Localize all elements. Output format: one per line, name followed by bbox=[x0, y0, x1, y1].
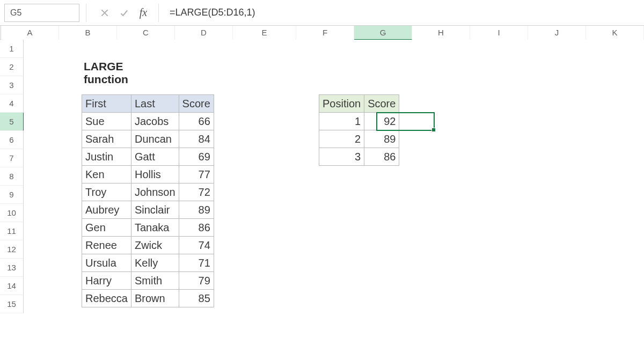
column-header-G[interactable]: G bbox=[354, 26, 412, 40]
table-row: 386 bbox=[319, 148, 399, 166]
cell-score[interactable]: 66 bbox=[179, 113, 214, 130]
formula-bar: G5 fx =LARGE(D5:D16,1) bbox=[0, 0, 644, 26]
cell-score[interactable]: 71 bbox=[179, 254, 214, 272]
row-header-4[interactable]: 4 bbox=[0, 94, 24, 113]
cell-score[interactable]: 86 bbox=[179, 219, 214, 237]
col-score[interactable]: Score bbox=[364, 95, 399, 113]
cell-first[interactable]: Rebecca bbox=[82, 290, 131, 307]
column-header-E[interactable]: E bbox=[233, 26, 296, 40]
cell-last[interactable]: Johnson bbox=[131, 183, 179, 201]
cell-score[interactable]: 72 bbox=[179, 183, 214, 201]
cell-first[interactable]: Ursula bbox=[82, 254, 131, 272]
cell-first[interactable]: Ken bbox=[82, 166, 131, 183]
table-row: HarrySmith79 bbox=[82, 272, 214, 290]
table-row: KenHollis77 bbox=[82, 166, 214, 183]
sheet-area: ABCDEFGHIJK 123456789101112131415 LARGE … bbox=[0, 26, 644, 338]
cell-first[interactable]: Sue bbox=[82, 113, 131, 130]
row-header-1[interactable]: 1 bbox=[0, 40, 24, 58]
column-header-K[interactable]: K bbox=[586, 26, 644, 40]
column-header-I[interactable]: I bbox=[470, 26, 528, 40]
cell-last[interactable]: Hollis bbox=[131, 166, 179, 183]
cell-last[interactable]: Duncan bbox=[131, 130, 179, 148]
table-row: RebeccaBrown85 bbox=[82, 290, 214, 307]
table-row: SarahDuncan84 bbox=[82, 130, 214, 148]
cell-last[interactable]: Tanaka bbox=[131, 219, 179, 237]
cell-first[interactable]: Renee bbox=[82, 237, 131, 254]
column-header-C[interactable]: C bbox=[117, 26, 175, 40]
table-header-row: Position Score bbox=[319, 95, 399, 113]
table-row: GenTanaka86 bbox=[82, 219, 214, 237]
cell-last[interactable]: Jacobs bbox=[131, 113, 179, 130]
cell-first[interactable]: Sarah bbox=[82, 130, 131, 148]
cell-score[interactable]: 89 bbox=[179, 201, 214, 219]
cell-score[interactable]: 69 bbox=[179, 148, 214, 166]
cell-first[interactable]: Justin bbox=[82, 148, 131, 166]
people-table: First Last Score SueJacobs66SarahDuncan8… bbox=[82, 94, 214, 307]
fill-handle[interactable] bbox=[431, 128, 436, 132]
col-position[interactable]: Position bbox=[319, 95, 364, 113]
cell-score[interactable]: 92 bbox=[364, 113, 399, 130]
column-header-H[interactable]: H bbox=[412, 26, 470, 40]
cell-first[interactable]: Harry bbox=[82, 272, 131, 290]
row-header-13[interactable]: 13 bbox=[0, 259, 24, 277]
table-header-row: First Last Score bbox=[82, 95, 214, 113]
table-row: SueJacobs66 bbox=[82, 113, 214, 130]
separator bbox=[86, 4, 86, 22]
cell-position[interactable]: 1 bbox=[319, 113, 364, 130]
row-header-14[interactable]: 14 bbox=[0, 277, 24, 295]
column-headers: ABCDEFGHIJK bbox=[0, 26, 644, 40]
table-row: 192 bbox=[319, 113, 399, 130]
row-header-9[interactable]: 9 bbox=[0, 186, 24, 204]
row-header-10[interactable]: 10 bbox=[0, 204, 24, 222]
name-box[interactable]: G5 bbox=[4, 4, 79, 22]
row-header-3[interactable]: 3 bbox=[0, 76, 24, 94]
cell-position[interactable]: 2 bbox=[319, 130, 364, 148]
row-header-12[interactable]: 12 bbox=[0, 240, 24, 259]
cell-score[interactable]: 85 bbox=[179, 290, 214, 307]
table-row: UrsulaKelly71 bbox=[82, 254, 214, 272]
cell-score[interactable]: 89 bbox=[364, 130, 399, 148]
cell-position[interactable]: 3 bbox=[319, 148, 364, 166]
row-header-5[interactable]: 5 bbox=[0, 113, 24, 131]
row-header-11[interactable]: 11 bbox=[0, 222, 24, 240]
column-header-A[interactable]: A bbox=[1, 26, 59, 40]
column-header-J[interactable]: J bbox=[528, 26, 586, 40]
col-first[interactable]: First bbox=[82, 95, 131, 113]
insert-function-icon[interactable]: fx bbox=[137, 6, 150, 19]
enter-icon[interactable] bbox=[118, 6, 130, 19]
cell-score[interactable]: 77 bbox=[179, 166, 214, 183]
column-header-B[interactable]: B bbox=[59, 26, 117, 40]
row-header-2[interactable]: 2 bbox=[0, 58, 24, 76]
cell-last[interactable]: Sinclair bbox=[131, 201, 179, 219]
cell-first[interactable]: Aubrey bbox=[82, 201, 131, 219]
row-header-7[interactable]: 7 bbox=[0, 149, 24, 167]
cancel-icon[interactable] bbox=[98, 6, 111, 19]
formula-text: =LARGE(D5:D16,1) bbox=[170, 7, 255, 18]
col-last[interactable]: Last bbox=[131, 95, 179, 113]
table-row: 289 bbox=[319, 130, 399, 148]
cell-last[interactable]: Kelly bbox=[131, 254, 179, 272]
table-row: TroyJohnson72 bbox=[82, 183, 214, 201]
col-score[interactable]: Score bbox=[179, 95, 214, 113]
column-header-D[interactable]: D bbox=[175, 26, 233, 40]
cell-last[interactable]: Smith bbox=[131, 272, 179, 290]
cell-score[interactable]: 84 bbox=[179, 130, 214, 148]
cell-first[interactable]: Troy bbox=[82, 183, 131, 201]
cell-last[interactable]: Brown bbox=[131, 290, 179, 307]
sheet-title: LARGE function bbox=[84, 60, 128, 86]
column-header-F[interactable]: F bbox=[296, 26, 354, 40]
table-row: AubreySinclair89 bbox=[82, 201, 214, 219]
cell-last[interactable]: Zwick bbox=[131, 237, 179, 254]
cell-score[interactable]: 79 bbox=[179, 272, 214, 290]
formula-input[interactable]: =LARGE(D5:D16,1) bbox=[162, 4, 644, 22]
cell-score[interactable]: 86 bbox=[364, 148, 399, 166]
name-box-value: G5 bbox=[10, 8, 21, 18]
row-header-8[interactable]: 8 bbox=[0, 167, 24, 186]
cell-first[interactable]: Gen bbox=[82, 219, 131, 237]
cell-last[interactable]: Gatt bbox=[131, 148, 179, 166]
cell-score[interactable]: 74 bbox=[179, 237, 214, 254]
table-row: JustinGatt69 bbox=[82, 148, 214, 166]
row-header-15[interactable]: 15 bbox=[0, 295, 24, 313]
table-row: ReneeZwick74 bbox=[82, 237, 214, 254]
row-header-6[interactable]: 6 bbox=[0, 131, 24, 149]
